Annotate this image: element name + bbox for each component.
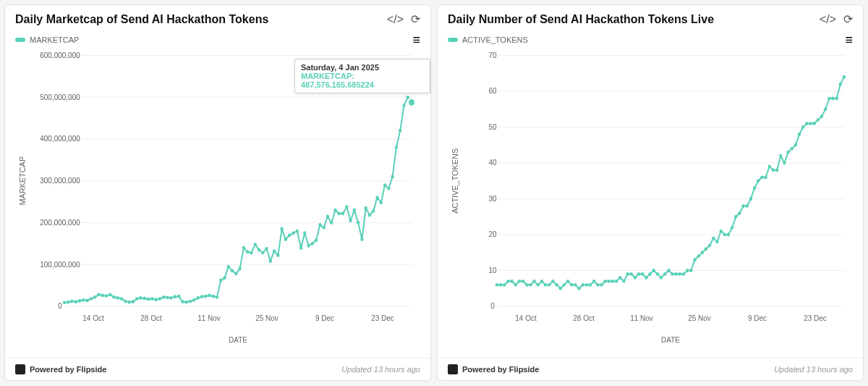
code-icon[interactable]: </> [387,13,404,26]
svg-point-150 [537,283,540,287]
svg-point-89 [318,223,321,227]
svg-point-155 [555,283,558,287]
svg-text:DATE: DATE [229,336,247,344]
svg-point-217 [786,151,789,154]
svg-point-109 [395,146,398,149]
svg-text:28 Oct: 28 Oct [140,314,161,322]
svg-point-73 [258,248,260,252]
svg-point-186 [671,272,673,276]
code-icon[interactable]: </> [820,13,836,26]
svg-text:28 Oct: 28 Oct [573,314,594,322]
svg-point-207 [749,197,752,201]
svg-point-205 [741,204,744,208]
refresh-icon[interactable]: ⟳ [411,12,420,26]
svg-point-22 [63,301,66,304]
svg-point-36 [116,296,119,300]
powered-by[interactable]: Powered by Flipside [448,364,539,374]
svg-point-76 [269,259,272,263]
chart-title: Daily Marketcap of Send AI Hackathon Tok… [15,13,268,26]
svg-point-185 [667,269,670,272]
svg-text:0: 0 [58,302,62,310]
svg-point-66 [231,269,234,273]
svg-text:25 Nov: 25 Nov [255,314,278,322]
svg-point-67 [234,272,237,276]
svg-point-58 [200,295,203,298]
svg-text:0: 0 [490,302,495,310]
svg-point-200 [723,233,726,237]
svg-point-28 [85,299,88,303]
svg-point-25 [75,300,77,303]
chart-plot-right[interactable]: 01020304050607014 Oct28 Oct11 Nov25 Nov9… [438,48,863,358]
svg-point-147 [525,283,528,287]
svg-text:100,000,000: 100,000,000 [40,260,80,268]
svg-text:14 Oct: 14 Oct [82,314,103,322]
svg-text:10: 10 [488,266,496,274]
legend-row: ACTIVE_TOKENS ≡ [438,29,863,48]
svg-point-107 [387,187,390,190]
svg-point-87 [311,242,314,246]
svg-point-57 [196,296,199,300]
powered-by[interactable]: Powered by Flipside [15,364,106,374]
refresh-icon[interactable]: ⟳ [843,12,853,26]
svg-point-106 [383,183,386,187]
svg-point-175 [630,272,633,276]
svg-point-96 [345,205,348,209]
svg-point-71 [250,251,252,255]
svg-point-110 [399,129,401,133]
legend-dot-icon [15,38,25,42]
svg-point-177 [637,272,640,276]
svg-point-157 [563,283,566,287]
svg-text:23 Dec: 23 Dec [804,314,827,322]
legend-item[interactable]: MARKETCAP [15,35,79,44]
svg-point-190 [686,269,689,272]
svg-point-45 [150,297,153,301]
chart-plot-left[interactable]: 0100,000,000200,000,000300,000,000400,00… [5,48,430,358]
svg-point-48 [162,295,165,299]
svg-point-203 [734,215,737,219]
svg-point-167 [600,283,603,287]
svg-text:300,000,000: 300,000,000 [40,177,80,185]
svg-point-176 [634,276,637,280]
svg-text:23 Dec: 23 Dec [371,314,394,322]
svg-point-204 [738,211,741,215]
svg-point-209 [757,179,760,182]
svg-point-198 [715,240,718,244]
svg-point-180 [648,272,651,276]
svg-point-140 [499,283,502,287]
svg-point-231 [839,83,842,86]
hamburger-icon[interactable]: ≡ [412,33,420,46]
svg-point-206 [746,204,749,208]
header-actions: </> ⟳ [387,12,420,26]
legend-label: MARKETCAP [30,35,79,44]
svg-point-184 [663,272,666,276]
svg-point-164 [589,283,592,287]
svg-point-169 [608,280,610,283]
svg-point-100 [360,238,363,241]
svg-point-47 [158,297,161,301]
active-tokens-card: Daily Number of Send AI Hackathon Tokens… [437,4,864,381]
svg-point-218 [791,147,793,151]
svg-point-160 [574,283,576,287]
svg-point-178 [641,272,644,276]
svg-point-85 [303,232,306,235]
marketcap-card: Daily Marketcap of Send AI Hackathon Tok… [4,4,431,381]
legend-item[interactable]: ACTIVE_TOKENS [448,35,528,44]
svg-point-149 [532,280,535,283]
svg-point-35 [112,295,115,299]
svg-point-74 [261,251,264,255]
svg-text:9 Dec: 9 Dec [748,314,767,322]
svg-point-156 [559,287,562,290]
svg-point-30 [93,295,96,299]
updated-text: Updated 13 hours ago [774,365,853,374]
svg-point-112 [407,96,409,99]
svg-point-53 [181,300,184,303]
svg-point-142 [506,280,509,283]
svg-point-214 [775,169,778,172]
svg-point-102 [368,214,371,217]
svg-point-146 [522,280,524,283]
svg-point-222 [805,122,808,125]
hamburger-icon[interactable]: ≡ [845,33,853,46]
svg-point-42 [139,296,142,300]
updated-text: Updated 13 hours ago [341,365,420,374]
svg-point-148 [529,283,532,287]
